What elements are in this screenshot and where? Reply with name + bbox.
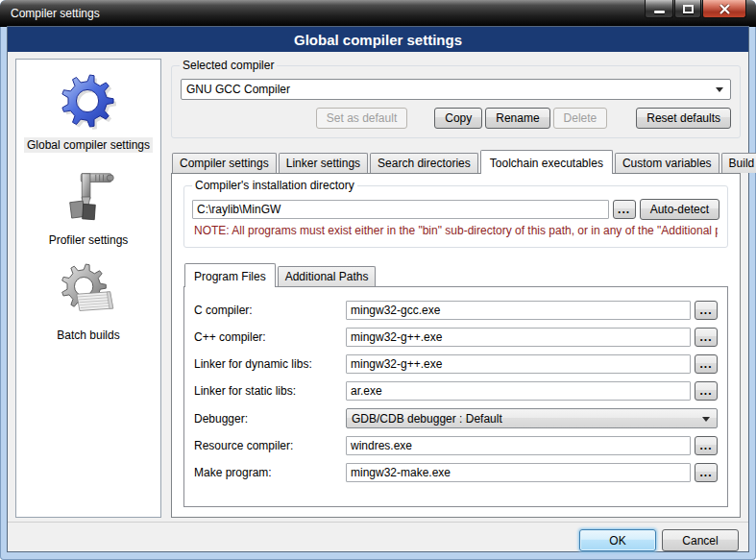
toolchain-field-row: Make program: ... bbox=[194, 463, 718, 482]
program-files-panel: C compiler: ... C++ compiler: ... Linker… bbox=[183, 286, 728, 507]
field-label: Linker for static libs: bbox=[194, 384, 346, 398]
set-as-default-button: Set as default bbox=[316, 108, 407, 129]
programs-notebook: Program FilesAdditional Paths C compiler… bbox=[183, 263, 728, 507]
linker-for-dynamic-libs-browse-button[interactable]: ... bbox=[695, 354, 718, 374]
minimize-button[interactable] bbox=[645, 0, 673, 18]
window-controls bbox=[645, 0, 746, 18]
dialog-footer: OK Cancel bbox=[8, 522, 748, 551]
installation-directory-input[interactable] bbox=[192, 200, 609, 219]
make-program-browse-button[interactable]: ... bbox=[695, 463, 718, 482]
tab-compiler-settings[interactable]: Compiler settings bbox=[172, 153, 277, 173]
close-button[interactable] bbox=[702, 0, 746, 18]
caliper-icon bbox=[59, 167, 118, 227]
copy-button[interactable]: Copy bbox=[434, 108, 482, 129]
debugger-select-value: GDB/CDB debugger : Default bbox=[352, 412, 502, 426]
subtab-additional-paths[interactable]: Additional Paths bbox=[278, 266, 377, 286]
cancel-button[interactable]: Cancel bbox=[662, 529, 739, 551]
linker-for-static-libs-input[interactable] bbox=[346, 381, 691, 401]
tab-build-options[interactable]: Build options bbox=[721, 153, 756, 173]
installation-directory-browse-button[interactable]: ... bbox=[613, 200, 636, 219]
sidebar-item-label: Profiler settings bbox=[46, 232, 132, 248]
installation-note: NOTE: All programs must exist either in … bbox=[194, 224, 718, 237]
field-label: Make program: bbox=[194, 466, 346, 479]
blue-gear-icon bbox=[59, 72, 118, 132]
gray-gear-stack-icon bbox=[59, 262, 118, 322]
toolchain-field-row: Resource compiler: ... bbox=[194, 436, 718, 455]
close-icon bbox=[719, 4, 731, 14]
reset-defaults-button[interactable]: Reset defaults bbox=[636, 108, 731, 129]
c-compiler-browse-button[interactable]: ... bbox=[695, 328, 718, 347]
ok-button[interactable]: OK bbox=[579, 529, 656, 551]
settings-sidebar: Global compiler settings Profiler settin… bbox=[15, 59, 161, 518]
window-title: Compiler settings bbox=[11, 7, 100, 20]
minimize-icon bbox=[654, 11, 665, 13]
auto-detect-button[interactable]: Auto-detect bbox=[640, 199, 719, 220]
sidebar-item-global-compiler-settings[interactable]: Global compiler settings bbox=[16, 65, 160, 160]
maximize-button[interactable] bbox=[674, 0, 701, 18]
installation-directory-groupbox: Compiler's installation directory ... Au… bbox=[183, 185, 728, 248]
toolchain-field-row: C compiler: ... bbox=[194, 301, 718, 320]
dialog-client-area: Global compiler settings Global compiler… bbox=[8, 27, 748, 551]
compiler-actions: Set as defaultCopyRenameDeleteReset defa… bbox=[181, 108, 731, 129]
sidebar-item-batch-builds[interactable]: Batch builds bbox=[16, 256, 160, 351]
field-label: Debugger: bbox=[194, 412, 346, 426]
page-title: Global compiler settings bbox=[8, 27, 748, 52]
make-program-input[interactable] bbox=[346, 463, 691, 482]
tab-search-directories[interactable]: Search directories bbox=[370, 153, 478, 173]
c-compiler-input[interactable] bbox=[346, 328, 691, 347]
compiler-select-value: GNU GCC Compiler bbox=[186, 83, 290, 96]
field-label: C compiler: bbox=[194, 304, 346, 317]
programs-tabstrip: Program FilesAdditional Paths bbox=[183, 263, 728, 286]
c-compiler-input[interactable] bbox=[346, 301, 691, 320]
delete-button: Delete bbox=[553, 108, 608, 129]
field-label: C++ compiler: bbox=[194, 330, 346, 344]
toolchain-field-row: C++ compiler: ... bbox=[194, 328, 718, 347]
toolchain-field-row: Linker for dynamic libs: ... bbox=[194, 354, 718, 374]
resource-compiler-browse-button[interactable]: ... bbox=[695, 436, 718, 455]
tab-toolchain-executables[interactable]: Toolchain executables bbox=[480, 150, 613, 174]
sidebar-item-label: Global compiler settings bbox=[24, 137, 153, 153]
toolchain-executables-panel: Compiler's installation directory ... Au… bbox=[171, 173, 741, 518]
compiler-settings-dialog: Compiler settings Global compiler settin… bbox=[0, 0, 756, 560]
installation-directory-legend: Compiler's installation directory bbox=[192, 179, 357, 192]
sidebar-item-profiler-settings[interactable]: Profiler settings bbox=[16, 160, 160, 256]
titlebar: Compiler settings bbox=[0, 0, 756, 27]
linker-for-dynamic-libs-input[interactable] bbox=[346, 354, 691, 374]
selected-compiler-legend: Selected compiler bbox=[180, 59, 277, 72]
field-label: Linker for dynamic libs: bbox=[194, 357, 346, 371]
subtab-program-files[interactable]: Program Files bbox=[184, 263, 276, 287]
toolchain-field-row: Linker for static libs: ... bbox=[194, 381, 718, 401]
c-compiler-browse-button[interactable]: ... bbox=[695, 301, 718, 320]
debugger-select[interactable]: GDB/CDB debugger : Default bbox=[346, 408, 718, 428]
sidebar-item-label: Batch builds bbox=[54, 328, 122, 343]
resource-compiler-input[interactable] bbox=[346, 436, 691, 455]
tab-linker-settings[interactable]: Linker settings bbox=[279, 153, 368, 173]
tab-custom-variables[interactable]: Custom variables bbox=[615, 153, 719, 173]
field-label: Resource compiler: bbox=[194, 439, 346, 452]
maximize-icon bbox=[683, 5, 694, 13]
toolchain-field-row: Debugger: GDB/CDB debugger : Default bbox=[194, 408, 718, 428]
compiler-select[interactable]: GNU GCC Compiler bbox=[181, 79, 731, 100]
settings-tabstrip: Compiler settingsLinker settingsSearch d… bbox=[171, 150, 741, 173]
linker-for-static-libs-browse-button[interactable]: ... bbox=[695, 381, 718, 401]
rename-button[interactable]: Rename bbox=[485, 108, 549, 129]
selected-compiler-groupbox: Selected compiler GNU GCC Compiler Set a… bbox=[171, 65, 741, 138]
